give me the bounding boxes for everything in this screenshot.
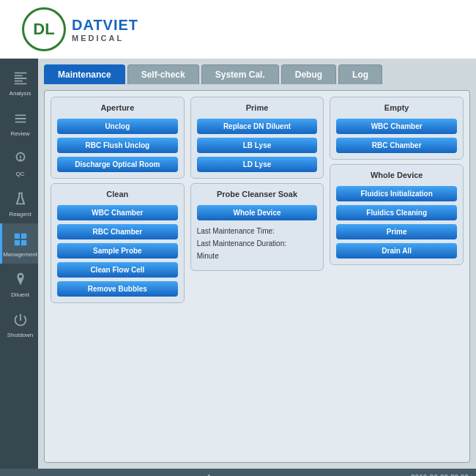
sidebar-label-analysis: Analysis [10, 90, 31, 97]
whole-device-prime-button[interactable]: Prime [336, 224, 457, 239]
panel-area: Aperture Unclog RBC Flush Unclog Dischar… [44, 90, 470, 463]
column-2: Prime Replace DN Diluent LB Lyse LD Lyse… [190, 97, 324, 456]
tab-bar: Maintenance Self-check System Cal. Debug… [44, 64, 470, 84]
aperture-section: Aperture Unclog RBC Flush Unclog Dischar… [51, 97, 185, 179]
footer-page: 1 [207, 474, 212, 477]
unclog-button[interactable]: Unclog [57, 119, 178, 134]
reagent-icon [10, 189, 31, 209]
sidebar-item-diluent[interactable]: Diluent [0, 264, 38, 304]
replace-dn-diluent-button[interactable]: Replace DN Diluent [197, 119, 318, 134]
tab-log[interactable]: Log [338, 64, 382, 84]
footer: 1 2019-06-20 22:09 [0, 469, 476, 476]
tab-debug[interactable]: Debug [281, 64, 336, 84]
clean-title: Clean [57, 190, 178, 198]
review-icon [10, 108, 31, 129]
sidebar-item-management[interactable]: Management [0, 223, 38, 264]
column-3: Empty WBC Chamber RBC Chamber Whole Devi… [330, 97, 464, 456]
sidebar-label-diluent: Diluent [11, 291, 29, 298]
fluidics-cleaning-button[interactable]: Fluidics Cleaning [336, 205, 457, 220]
remove-bubbles-button[interactable]: Remove Bubbles [57, 281, 178, 297]
analysis-icon [10, 68, 31, 89]
aperture-title: Aperture [57, 103, 178, 112]
tab-systemcal[interactable]: System Cal. [201, 64, 279, 84]
shutdown-icon [10, 310, 31, 330]
sidebar-label-review: Review [10, 130, 29, 137]
diluent-icon [10, 269, 31, 290]
logo-initials: DL [33, 20, 54, 39]
clean-rbc-chamber-button[interactable]: RBC Chamber [57, 224, 178, 239]
sidebar-item-review[interactable]: Review [0, 103, 38, 143]
drain-all-button[interactable]: Drain All [336, 243, 457, 259]
sidebar-item-reagent[interactable]: Reagent [0, 183, 38, 223]
sidebar-item-analysis[interactable]: Analysis [0, 62, 38, 103]
prime-title: Prime [197, 103, 318, 112]
minute-label: Minute [197, 252, 318, 260]
sidebar-item-shutdown[interactable]: Shutdown [0, 304, 38, 344]
empty-wbc-chamber-button[interactable]: WBC Chamber [336, 119, 457, 134]
sidebar-label-qc: QC [16, 171, 25, 177]
management-icon [10, 229, 31, 250]
content-area: Maintenance Self-check System Cal. Debug… [38, 59, 476, 469]
sidebar-label-shutdown: Shutdown [7, 332, 34, 338]
last-maintenance-time-label: Last Maintenance Time: [197, 227, 318, 235]
probe-whole-device-button[interactable]: Whole Device [197, 205, 318, 220]
clean-section: Clean WBC Chamber RBC Chamber Sample Pro… [51, 183, 185, 303]
empty-title: Empty [336, 103, 457, 112]
clean-flow-cell-button[interactable]: Clean Flow Cell [57, 262, 178, 278]
empty-section: Empty WBC Chamber RBC Chamber [330, 97, 464, 160]
tab-maintenance[interactable]: Maintenance [44, 64, 125, 84]
logo-circle: DL [22, 7, 66, 51]
rbc-flush-unclog-button[interactable]: RBC Flush Unclog [57, 138, 178, 153]
last-maintenance-duration-label: Last Maintenance Duration: [197, 239, 318, 248]
logo-sub: MEDICAL [72, 34, 138, 42]
header: DL DATVIET MEDICAL [0, 0, 476, 59]
column-1: Aperture Unclog RBC Flush Unclog Dischar… [51, 97, 185, 456]
ld-lyse-button[interactable]: LD Lyse [197, 157, 318, 172]
main-wrapper: Analysis Review QC Reagent [0, 59, 476, 469]
sidebar: Analysis Review QC Reagent [0, 59, 38, 469]
lb-lyse-button[interactable]: LB Lyse [197, 138, 318, 153]
sidebar-label-reagent: Reagent [9, 211, 31, 217]
prime-section: Prime Replace DN Diluent LB Lyse LD Lyse [190, 97, 324, 179]
clean-wbc-chamber-button[interactable]: WBC Chamber [57, 205, 178, 220]
footer-datetime: 2019-06-20 22:09 [411, 474, 469, 477]
sample-probe-button[interactable]: Sample Probe [57, 243, 178, 259]
probe-cleanser-info: Last Maintenance Time: Last Maintenance … [197, 227, 318, 264]
logo-brand: DATVIET [72, 17, 138, 34]
discharge-optical-room-button[interactable]: Discharge Optical Room [57, 157, 178, 172]
fluidics-initialization-button[interactable]: Fluidics Initialization [336, 186, 457, 201]
tab-selfcheck[interactable]: Self-check [127, 64, 199, 84]
empty-rbc-chamber-button[interactable]: RBC Chamber [336, 138, 457, 153]
whole-device-section: Whole Device Fluidics Initialization Flu… [330, 164, 464, 265]
sidebar-item-qc[interactable]: QC [0, 143, 38, 183]
logo-text: DATVIET MEDICAL [72, 17, 138, 42]
whole-device-title: Whole Device [336, 171, 457, 179]
qc-icon [10, 149, 31, 169]
sidebar-label-management: Management [3, 251, 37, 258]
probe-cleanser-title: Probe Cleanser Soak [197, 190, 318, 198]
probe-cleanser-section: Probe Cleanser Soak Whole Device Last Ma… [190, 183, 324, 271]
